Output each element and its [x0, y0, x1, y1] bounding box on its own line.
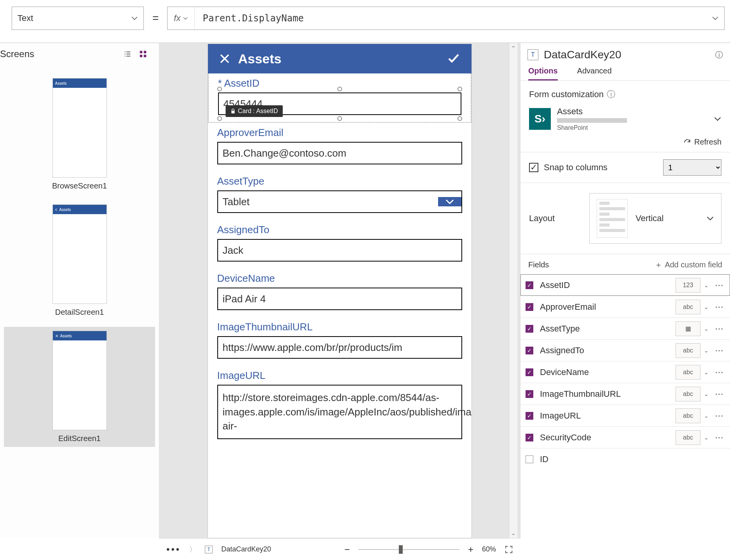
field-checkbox[interactable]: ✓ — [520, 368, 538, 376]
field-name: AssetID — [538, 280, 676, 290]
field-row[interactable]: ✓AssetID123⌄⋯ — [520, 274, 730, 296]
chevron-down-icon[interactable]: ⌄ — [700, 347, 712, 354]
selection-tooltip: Card : AssetID — [225, 105, 283, 117]
field-checkbox[interactable]: ✓ — [520, 281, 538, 289]
field-name: ImageURL — [538, 411, 676, 421]
tab-advanced[interactable]: Advanced — [577, 66, 612, 80]
card-approveremail[interactable]: ApproverEmail Ben.Change@contoso.com — [208, 123, 472, 171]
grid-view-icon[interactable] — [139, 50, 147, 58]
field-checkbox[interactable]: ✓ — [520, 303, 538, 311]
chevron-down-icon[interactable]: ⌄ — [700, 391, 712, 397]
screen-thumb-browse[interactable]: Assets BrowseScreen1 — [4, 74, 155, 194]
card-assignedto[interactable]: AssignedTo Jack — [208, 220, 472, 269]
field-checkbox[interactable]: ✓ — [520, 347, 538, 354]
app-header: Assets — [208, 44, 472, 73]
more-icon[interactable]: ⋯ — [712, 389, 726, 399]
screen-name: BrowseScreen1 — [15, 181, 144, 190]
field-input[interactable]: Jack — [217, 239, 462, 262]
fx-label[interactable]: fx — [168, 7, 195, 30]
fields-list: ✓AssetID123⌄⋯✓ApproverEmailabc⌄⋯✓AssetTy… — [520, 274, 730, 538]
field-type-selector[interactable]: abc — [676, 387, 700, 401]
field-type-selector[interactable]: abc — [676, 365, 700, 380]
dropdown-button[interactable] — [438, 197, 461, 206]
field-type-selector[interactable]: abc — [676, 408, 700, 423]
svg-rect-1 — [144, 51, 146, 53]
more-icon[interactable]: ⋯ — [712, 433, 726, 443]
field-checkbox[interactable] — [520, 455, 538, 463]
chevron-down-icon[interactable]: ⌄ — [700, 413, 712, 419]
layout-selector[interactable]: Vertical — [589, 193, 721, 244]
card-devicename[interactable]: DeviceName iPad Air 4 — [208, 269, 472, 317]
field-row[interactable]: ✓ApproverEmailabc⌄⋯ — [520, 296, 730, 318]
field-row[interactable]: ✓AssetType▦⌄⋯ — [520, 318, 730, 339]
zoom-slider[interactable] — [358, 549, 459, 550]
more-icon[interactable]: ⋯ — [712, 324, 726, 334]
formula-input[interactable]: Parent.DisplayName — [195, 7, 706, 30]
more-icon[interactable]: ••• — [166, 544, 181, 555]
card-imageurl[interactable]: ImageURL http://store.storeimages.cdn-ap… — [208, 366, 472, 446]
status-bar: ••• 〉 T DataCardKey20 − + 60% — [159, 538, 520, 560]
field-input[interactable]: iPad Air 4 — [217, 288, 462, 310]
layout-label: Layout — [529, 213, 555, 223]
field-type-selector[interactable]: abc — [676, 343, 700, 358]
field-row[interactable]: ✓DeviceNameabc⌄⋯ — [520, 361, 730, 383]
check-icon[interactable] — [447, 52, 461, 66]
columns-select[interactable]: 1 — [663, 159, 721, 176]
field-type-selector[interactable]: ▦ — [676, 321, 700, 336]
field-type-selector[interactable]: 123 — [676, 278, 700, 293]
field-row[interactable]: ✓ImageURLabc⌄⋯ — [520, 405, 730, 426]
chevron-down-icon[interactable]: ⌄ — [700, 369, 712, 375]
info-icon[interactable]: ⓘ — [607, 89, 615, 100]
more-icon[interactable]: ⋯ — [712, 411, 726, 421]
close-icon[interactable] — [219, 53, 231, 65]
field-row[interactable]: ID — [520, 448, 730, 470]
breadcrumb-item[interactable]: DataCardKey20 — [221, 545, 271, 553]
snap-checkbox[interactable]: ✓ — [529, 163, 538, 172]
field-input[interactable]: https://www.apple.com/br/pr/products/im — [217, 336, 462, 359]
fit-screen-icon[interactable] — [505, 545, 513, 554]
field-row[interactable]: ✓ImageThumbnailURLabc⌄⋯ — [520, 383, 730, 405]
card-assettype[interactable]: AssetType Tablet — [208, 171, 472, 220]
help-icon[interactable]: ⓘ — [715, 50, 723, 60]
more-icon[interactable]: ⋯ — [712, 345, 726, 356]
sharepoint-icon: S› — [529, 108, 551, 130]
datasource-type: SharePoint — [557, 124, 627, 131]
field-checkbox[interactable]: ✓ — [520, 434, 538, 441]
chevron-down-icon[interactable]: ⌄ — [700, 282, 712, 288]
field-name: SecurityCode — [538, 433, 676, 443]
field-label: ImageThumbnailURL — [217, 321, 462, 333]
field-checkbox[interactable]: ✓ — [520, 325, 538, 333]
card-thumburl[interactable]: ImageThumbnailURL https://www.apple.com/… — [208, 317, 472, 366]
zoom-in[interactable]: + — [468, 544, 473, 555]
chevron-down-icon[interactable] — [714, 115, 721, 123]
add-custom-field[interactable]: ＋ Add custom field — [655, 260, 722, 270]
field-row[interactable]: ✓AssignedToabc⌄⋯ — [520, 339, 730, 361]
field-checkbox[interactable]: ✓ — [520, 412, 538, 420]
field-label: ImageURL — [217, 370, 462, 382]
field-type-selector[interactable]: abc — [676, 430, 700, 445]
chevron-down-icon[interactable]: ⌄ — [700, 434, 712, 441]
screen-thumb-detail[interactable]: < Assets DetailScreen1 — [4, 201, 155, 321]
field-row[interactable]: ✓SecurityCodeabc⌄⋯ — [520, 426, 730, 448]
more-icon[interactable]: ⋯ — [712, 280, 726, 290]
field-input[interactable]: http://store.storeimages.cdn-apple.com/8… — [217, 385, 462, 439]
chevron-down-icon[interactable]: ⌄ — [700, 326, 712, 332]
zoom-out[interactable]: − — [344, 544, 350, 555]
formula-expand[interactable] — [706, 7, 724, 30]
property-name: Text — [17, 13, 33, 23]
field-type-selector[interactable]: abc — [676, 300, 700, 314]
property-dropdown[interactable]: Text — [12, 7, 144, 30]
field-input[interactable]: Ben.Change@contoso.com — [217, 142, 462, 164]
field-dropdown[interactable]: Tablet — [217, 190, 462, 213]
chevron-down-icon[interactable]: ⌄ — [700, 304, 712, 310]
tab-options[interactable]: Options — [528, 66, 558, 80]
screen-thumb-edit[interactable]: ✕ Assets EditScreen1 — [4, 327, 155, 447]
field-checkbox[interactable]: ✓ — [520, 390, 538, 398]
vertical-scrollbar[interactable] — [509, 43, 517, 538]
refresh-button[interactable]: Refresh — [529, 138, 721, 147]
list-view-icon[interactable] — [123, 50, 132, 58]
app-preview: Assets AssetID 4545444 ApproverEmail Ben… — [208, 44, 472, 538]
more-icon[interactable]: ⋯ — [712, 302, 726, 312]
more-icon[interactable]: ⋯ — [712, 367, 726, 377]
svg-rect-2 — [140, 55, 142, 57]
